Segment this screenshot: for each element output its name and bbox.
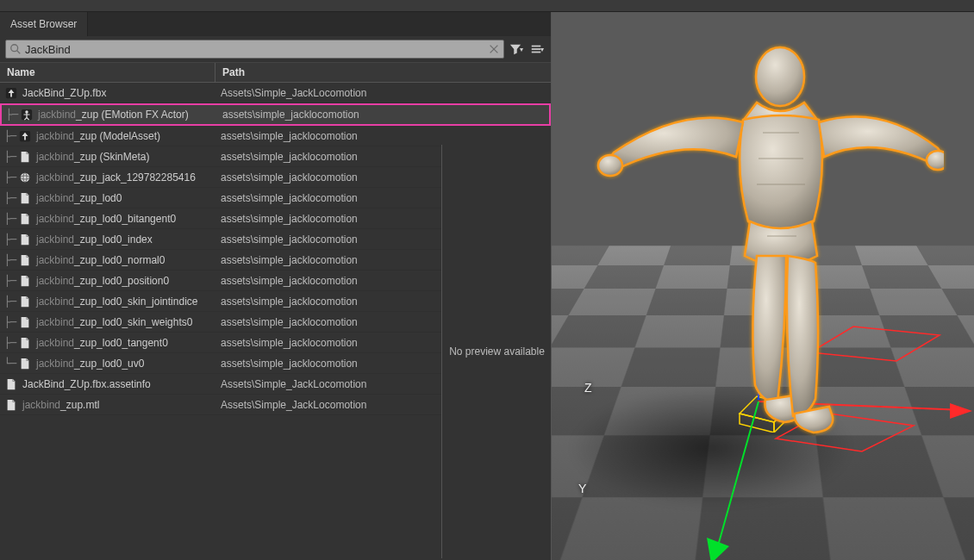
- asset-name-label: _zup_lod0_skin_jointindice: [74, 296, 197, 308]
- svg-point-0: [11, 45, 18, 52]
- document-icon: [19, 275, 31, 287]
- asset-name-prefix: jackbind: [36, 151, 74, 163]
- asset-name-cell: ├─jackbind_zup_lod0_index: [0, 229, 215, 250]
- asset-name-label: _zup_lod0_skin_weights0: [74, 316, 192, 328]
- asset-name-label: _zup_lod0_uv0: [74, 358, 144, 370]
- columns-header: Name Path: [0, 63, 551, 83]
- asset-path-cell: Assets\Simple_JackLocomotion: [215, 87, 551, 99]
- column-header-name[interactable]: Name: [0, 63, 215, 82]
- asset-name-label: _zup.mtl: [60, 399, 99, 411]
- panel-tabbar: Asset Browser: [0, 12, 551, 36]
- asset-name-cell: └─jackbind_zup_lod0_uv0: [0, 353, 215, 374]
- document-icon: [19, 233, 31, 246]
- document-icon: [19, 296, 31, 308]
- tree-lines: ├─: [3, 146, 17, 167]
- asset-name-prefix: jackbind: [36, 358, 74, 370]
- document-icon: [19, 151, 31, 163]
- view-options-button[interactable]: ▾: [528, 40, 546, 58]
- asset-browser-panel: Asset Browser ▾ ▾ Name Path JackBi: [0, 12, 552, 560]
- svg-point-11: [21, 172, 30, 182]
- document-icon: [19, 337, 31, 349]
- tree-lines: ├─: [3, 126, 17, 146]
- search-input[interactable]: [25, 43, 488, 56]
- document-icon: [19, 213, 31, 225]
- asset-name-cell: ├─jackbind_zup_lod0_bitangent0: [0, 208, 215, 229]
- svg-point-25: [756, 47, 804, 106]
- asset-name-prefix: jackbind: [36, 254, 74, 266]
- asset-name-label: JackBind_ZUp.fbx.assetinfo: [22, 378, 151, 390]
- clear-search-icon[interactable]: [488, 43, 500, 55]
- search-box[interactable]: [5, 40, 504, 59]
- asset-name-cell: JackBind_ZUp.fbx.assetinfo: [0, 374, 215, 395]
- svg-point-26: [598, 155, 622, 176]
- chevron-down-icon: ▾: [540, 46, 544, 53]
- tree-lines: ├─: [3, 250, 17, 271]
- asset-row[interactable]: ├─jackbind_zup (EMotion FX Actor)assets\…: [0, 103, 551, 126]
- filter-button[interactable]: ▾: [508, 40, 525, 58]
- asset-name-cell: ├─jackbind_zup_lod0_position0: [0, 271, 215, 291]
- asset-name-cell: ├─jackbind_zup_lod0_normal0: [0, 250, 215, 271]
- tree-lines: ├─: [5, 104, 19, 125]
- asset-name-prefix: jackbind: [36, 171, 74, 184]
- asset-path-cell: assets\simple_jacklocomotion: [215, 130, 551, 142]
- document-icon: [19, 316, 31, 328]
- asset-row[interactable]: ├─jackbind_zup (ModelAsset)assets\simple…: [0, 126, 551, 146]
- asset-name-prefix: jackbind: [36, 130, 74, 142]
- asset-name-prefix: jackbind: [36, 337, 74, 349]
- asset-name-cell: ├─jackbind_zup_lod0_skin_jointindice: [0, 291, 215, 312]
- arrow-up-icon: [19, 130, 31, 142]
- asset-name-prefix: jackbind: [36, 296, 74, 308]
- search-icon: [9, 43, 22, 55]
- asset-name-prefix: jackbind: [36, 213, 74, 225]
- tab-asset-browser[interactable]: Asset Browser: [0, 12, 88, 36]
- asset-name-label: JackBind_ZUp.fbx: [22, 87, 106, 99]
- asset-name-label: _zup (ModelAsset): [74, 130, 160, 142]
- asset-name-label: _zup (SkinMeta): [74, 151, 149, 163]
- window-titlebar: [0, 0, 974, 12]
- asset-name-label: _zup (EMotion FX Actor): [76, 109, 189, 121]
- search-bar: ▾ ▾: [0, 36, 551, 63]
- tree-lines: └─: [3, 353, 17, 374]
- asset-name-prefix: jackbind: [38, 109, 76, 121]
- asset-name-label: _zup_lod0_position0: [74, 275, 169, 287]
- axis-z-label: Z: [584, 381, 592, 395]
- asset-row[interactable]: JackBind_ZUp.fbxAssets\Simple_JackLocomo…: [0, 83, 551, 103]
- tree-lines: ├─: [3, 312, 17, 333]
- asset-name-label: _zup_lod0_bitangent0: [74, 213, 176, 225]
- asset-name-cell: ├─jackbind_zup_lod0_skin_weights0: [0, 312, 215, 333]
- tree-lines: ├─: [3, 229, 17, 250]
- asset-name-label: _zup_lod0_tangent0: [74, 337, 168, 349]
- tab-label: Asset Browser: [10, 18, 77, 30]
- actor-icon: [21, 109, 33, 121]
- axis-y-label: Y: [578, 482, 586, 495]
- document-icon: [5, 399, 17, 411]
- asset-path-cell: assets\simple_jacklocomotion: [217, 109, 549, 121]
- asset-name-cell: ├─jackbind_zup (SkinMeta): [0, 146, 215, 167]
- main-split: Asset Browser ▾ ▾ Name Path JackBi: [0, 12, 974, 560]
- asset-name-prefix: jackbind: [22, 399, 60, 411]
- asset-name-prefix: jackbind: [36, 233, 74, 246]
- asset-name-cell: JackBind_ZUp.fbx: [0, 83, 215, 103]
- asset-name-prefix: jackbind: [36, 192, 74, 204]
- asset-name-prefix: jackbind: [36, 275, 74, 287]
- asset-name-label: _zup_jack_129782285416: [74, 171, 196, 184]
- preview-pane: No preview available: [441, 145, 551, 558]
- asset-name-cell: ├─jackbind_zup_lod0: [0, 188, 215, 208]
- tree-lines: ├─: [3, 188, 17, 208]
- svg-line-1: [17, 51, 21, 54]
- viewport-3d[interactable]: Z Y: [552, 12, 974, 560]
- tree-lines: ├─: [3, 291, 17, 312]
- asset-name-label: _zup_lod0: [74, 192, 122, 204]
- tree-lines: ├─: [3, 271, 17, 291]
- chevron-down-icon: ▾: [520, 46, 523, 53]
- asset-name-label: _zup_lod0_normal0: [74, 254, 165, 266]
- column-header-path[interactable]: Path: [215, 63, 551, 82]
- asset-name-cell: ├─jackbind_zup_jack_129782285416: [0, 167, 215, 188]
- tree-lines: ├─: [3, 333, 17, 353]
- arrow-up-icon: [5, 87, 17, 99]
- asset-name-cell: ├─jackbind_zup (EMotion FX Actor): [2, 104, 217, 125]
- svg-point-9: [25, 110, 28, 114]
- document-icon: [19, 254, 31, 266]
- document-icon: [5, 378, 17, 390]
- character-shadow: [569, 388, 853, 508]
